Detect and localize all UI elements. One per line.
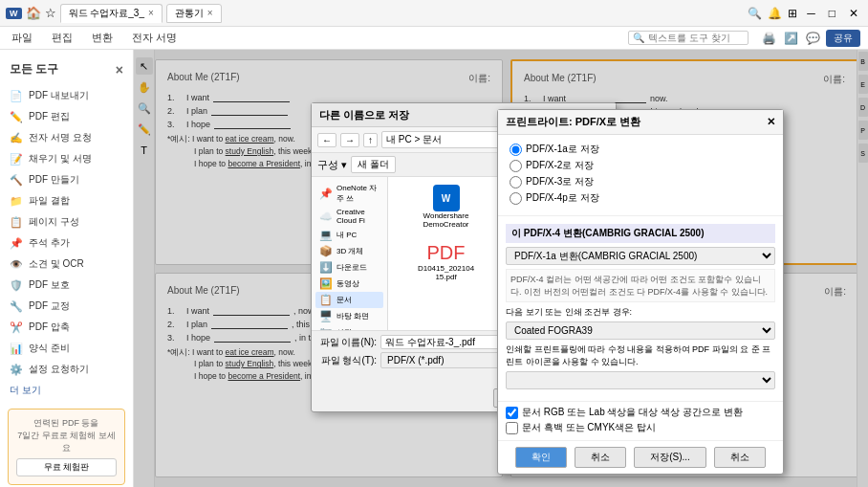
new-folder-btn[interactable]: 새 폴더 [351,156,396,173]
sidebar-item-annotate[interactable]: 📌 주석 추가 [0,232,133,254]
sidebar-item-ocr[interactable]: 👁️ 소견 및 OCR [0,254,133,275]
star-icon[interactable]: ☆ [45,6,56,20]
pdf-ok-btn[interactable]: 확인 [515,447,567,468]
download-label: 다운로드 [336,262,367,273]
radio-1a-input[interactable] [510,144,522,156]
sidebar-item-forms-label: 양식 준비 [29,342,70,355]
menu-convert[interactable]: 변환 [88,29,117,47]
organize-icon: 📋 [10,215,23,229]
photos-icon: 📷 [319,326,333,330]
sidebar-item-organize-label: 페이지 구성 [29,215,79,229]
mypc-label: 내 PC [336,230,357,240]
sidebar-item-sign-request[interactable]: ✍️ 전자 서명 요청 [0,127,133,148]
share-icon[interactable]: ↗️ [782,30,800,47]
sidebar-photos[interactable]: 📷 사진 [315,324,383,330]
annotate-icon: 📌 [10,236,23,250]
sidebar-3d[interactable]: 📦 3D 개체 [315,243,383,259]
pdf-radio-1a[interactable]: PDF/X-1a로 저장 [510,143,771,156]
checkbox-1-input[interactable] [506,407,518,419]
file-nav-back-btn[interactable]: ← [317,133,336,147]
pdf-combo3[interactable] [506,371,775,389]
tab-close-icon[interactable]: × [148,8,154,18]
wondershare-icon: W [433,185,460,211]
pdf-dialog-close-btn[interactable]: ✕ [767,116,775,128]
sidebar-item-compress[interactable]: ✂️ PDF 압축 [0,317,133,338]
sidebar-download[interactable]: ⬇️ 다운로드 [315,259,383,276]
sidebar-item-combine[interactable]: 📁 파일 결합 [0,190,133,211]
pdf-edit-icon: ✏️ [10,110,23,123]
promo-text: 연력된 PDF 등을 7일간 무료로 체험해 보세요 [16,417,117,454]
file-nav-forward-btn[interactable]: → [340,133,359,147]
file-toolbar-organize: 구성 ▾ [317,158,347,172]
comment-icon[interactable]: 💬 [804,30,822,47]
sidebar-item-pdf-create[interactable]: 🔨 PDF 만들기 [0,169,133,190]
pdf-combo1[interactable]: PDF/X-1a 변환(CAMBRIG GRACIAL 2500) [506,247,775,265]
promo-button[interactable]: 무료 체험판 [16,458,117,476]
pdf-cancel2-btn[interactable]: 취소 [714,447,766,468]
sidebar-item-fill-sign[interactable]: 📝 채우기 및 서명 [0,148,133,169]
grid-icon[interactable]: ⊞ [788,7,797,20]
share-button[interactable]: 공유 [826,30,860,47]
pdf-cancel-btn[interactable]: 취소 [575,447,626,468]
checkbox-1-label: 문서 RGB 또는 Lab 색상을 대상 색상 공간으로 변환 [522,406,743,419]
file-wondershare[interactable]: W WondershareDemoCreator [392,181,500,234]
sidebar-video[interactable]: 🖼️ 동영상 [315,276,383,292]
file-pdf1[interactable]: PDF D10415_20210415.pdf [392,238,500,285]
pdf-radio-4p[interactable]: PDF/X-4p로 저장 [510,191,771,205]
pdf-create-icon: 🔨 [10,173,23,187]
sidebar-item-redact[interactable]: 🔧 PDF 교정 [0,296,133,317]
toolbar-icons: 🖨️ ↗️ 💬 공유 [760,30,860,47]
menu-edit[interactable]: 편집 [48,29,76,47]
tab-wordfile[interactable]: 워드 수업자료_3_ × [60,4,163,23]
menu-file[interactable]: 파일 [8,29,36,47]
sidebar-item-pdf-create-label: PDF 만들기 [29,173,79,187]
sidebar-item-annotate-label: 주석 추가 [29,236,70,250]
pdf-checkbox-1[interactable]: 문서 RGB 또는 Lab 색상을 대상 색상 공간으로 변환 [506,406,775,419]
content-area: ↖ ✋ 🔍 ✏️ T About Me (2T1F) 이름: 1. I want [134,50,868,487]
search-input[interactable] [648,33,744,43]
close-btn[interactable]: ✕ [845,7,862,20]
pdf-save-btn[interactable]: 저장(S)... [634,447,706,468]
radio-4p-input[interactable] [510,192,522,205]
onenote-label: OneNote 자주 쓰 [336,183,380,204]
menu-bar: 파일 편집 변환 전자 서명 🔍 🖨️ ↗️ 💬 공유 [0,27,868,50]
sidebar-item-forms[interactable]: 📊 양식 준비 [0,338,133,359]
sidebar-item-pdf-edit[interactable]: ✏️ PDF 편집 [0,106,133,127]
docs-label: 문서 [336,295,352,305]
more-link[interactable]: 더 보기 [0,380,133,401]
sidebar-creative[interactable]: ☁️ Creative Cloud Fi [315,206,383,227]
sidebar-mypc[interactable]: 💻 내 PC [315,227,383,243]
tab-gantong[interactable]: 관통기 × [166,4,222,23]
print-icon[interactable]: 🖨️ [760,30,778,47]
sidebar-item-pdf-export[interactable]: 📄 PDF 내보내기 [0,85,133,106]
menu-sign[interactable]: 전자 서명 [128,29,181,47]
checkbox-2-input[interactable] [506,422,518,434]
sidebar-item-protect[interactable]: 🛡️ PDF 보호 [0,275,133,296]
file-nav-up-btn[interactable]: ↑ [363,133,378,147]
sidebar-item-settings[interactable]: ⚙️ 설정 요청하기 [0,359,133,380]
redact-icon: 🔧 [10,299,23,313]
protect-icon: 🛡️ [10,278,23,292]
radio-2-input[interactable] [510,160,522,172]
bell-icon[interactable]: 🔔 [768,7,782,20]
search-box[interactable]: 🔍 [628,31,749,45]
sidebar-item-combine-label: 파일 결합 [29,194,70,208]
tab-close2-icon[interactable]: × [207,8,213,18]
pdf-radio-2[interactable]: PDF/X-2로 저장 [510,159,771,172]
sidebar-desktop[interactable]: 🖥️ 바탕 화면 [315,308,383,324]
sidebar-docs[interactable]: 📋 문서 [315,292,383,308]
pdf-combo2[interactable]: Coated FOGRA39 [506,321,775,340]
file-dialog-title: 다른 이름으로 저장 [319,108,409,122]
radio-3-input[interactable] [510,176,522,188]
sidebar-onenote[interactable]: 📌 OneNote 자주 쓰 [315,181,383,206]
download-icon: ⬇️ [319,261,333,274]
tab-wordfile-label: 워드 수업자료_3_ [69,7,144,20]
maximize-btn[interactable]: □ [825,7,839,20]
pdf-checkbox-2[interactable]: 문서 흑백 또는 CMYK색은 탑시 [506,421,775,434]
pdf-radio-3[interactable]: PDF/X-3로 저장 [510,175,771,188]
minimize-btn[interactable]: ─ [803,7,819,20]
search-icon[interactable]: 🔍 [748,7,762,20]
sidebar-close-btn[interactable]: × [116,62,123,77]
home-icon[interactable]: 🏠 [26,6,41,20]
sidebar-item-organize[interactable]: 📋 페이지 구성 [0,211,133,232]
